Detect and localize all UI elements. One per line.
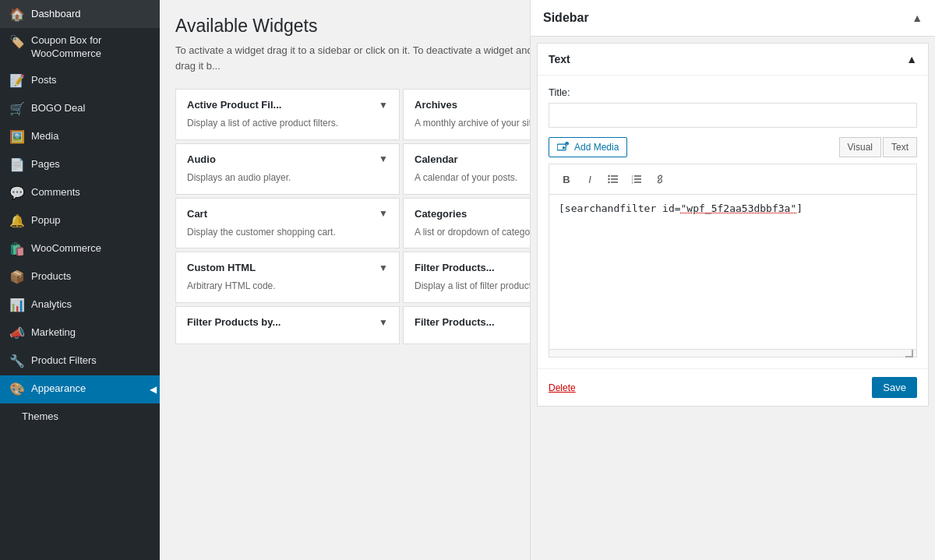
widget-card-title: Calendar <box>415 153 458 165</box>
active-arrow: ◀ <box>150 384 157 395</box>
delete-link[interactable]: Delete <box>549 382 576 393</box>
sidebar-panel: Sidebar ▲ Text ▲ Title: + <box>530 0 935 560</box>
main-content: Available Widgets To activate a widget d… <box>160 0 935 560</box>
sidebar-item-coupon-box[interactable]: 🏷️ Coupon Box for WooCommerce <box>0 28 160 67</box>
add-media-icon: + <box>557 142 570 153</box>
widget-card-audio[interactable]: Audio ▼ Displays an audio player. <box>175 143 400 195</box>
widget-card-title: Filter Products by... <box>187 316 280 328</box>
posts-icon: 📝 <box>9 73 25 88</box>
ol-icon: 1 2 3 <box>631 174 642 184</box>
widget-card-header: Active Product Fil... ▼ <box>187 99 388 111</box>
widget-card-title: Active Product Fil... <box>187 99 281 111</box>
dropdown-arrow-icon: ▼ <box>379 317 388 328</box>
link-icon <box>654 174 665 184</box>
add-media-label: Add Media <box>574 142 619 153</box>
widget-card-desc: Display a list of active product filters… <box>187 117 388 130</box>
svg-marker-1 <box>563 146 566 150</box>
editor-view-tabs: Visual Text <box>839 137 917 157</box>
sidebar-panel-header[interactable]: Sidebar ▲ <box>531 0 935 37</box>
format-toolbar: B I <box>549 164 917 194</box>
media-icon: 🖼️ <box>9 129 25 144</box>
sidebar-item-analytics[interactable]: 📊 Analytics <box>0 291 160 319</box>
marketing-icon: 📣 <box>9 326 25 340</box>
ordered-list-button[interactable]: 1 2 3 <box>626 169 647 189</box>
sidebar-item-label: Pages <box>31 158 60 171</box>
widget-card-title: Audio <box>187 153 216 165</box>
widget-card-title: Filter Products... <box>415 316 495 328</box>
widget-card-title: Categories <box>415 208 467 220</box>
widget-card-desc: Arbitrary HTML code. <box>187 280 388 293</box>
chevron-up-icon: ▲ <box>906 53 917 65</box>
tab-visual[interactable]: Visual <box>839 137 881 157</box>
widget-card-header: Custom HTML ▼ <box>187 262 388 273</box>
chevron-up-icon: ▲ <box>912 12 923 24</box>
dashboard-icon: 🏠 <box>9 7 25 22</box>
sidebar-item-label: Analytics <box>31 298 72 312</box>
sidebar-item-label: Comments <box>31 186 80 199</box>
svg-point-7 <box>608 175 609 177</box>
comments-icon: 💬 <box>9 185 25 200</box>
link-button[interactable] <box>649 169 671 189</box>
title-field-label: Title: <box>549 86 917 98</box>
sidebar-item-posts[interactable]: 📝 Posts <box>0 67 160 95</box>
italic-button[interactable]: I <box>579 169 601 189</box>
resize-icon <box>905 350 913 357</box>
svg-point-8 <box>608 178 609 180</box>
unordered-list-button[interactable] <box>602 169 624 189</box>
add-media-button[interactable]: + Add Media <box>549 137 627 157</box>
pages-icon: 📄 <box>9 157 25 172</box>
sidebar-item-comments[interactable]: 💬 Comments <box>0 179 160 207</box>
title-input[interactable] <box>549 103 917 128</box>
ul-icon <box>608 174 619 184</box>
widget-card-active-product-filter[interactable]: Active Product Fil... ▼ Display a list o… <box>175 89 400 140</box>
text-widget-header[interactable]: Text ▲ <box>538 44 928 76</box>
sidebar-item-products[interactable]: 📦 Products <box>0 263 160 291</box>
svg-text:+: + <box>566 143 568 146</box>
sidebar-item-dashboard[interactable]: 🏠 Dashboard <box>0 0 160 28</box>
dropdown-arrow-icon: ▼ <box>379 262 388 273</box>
appearance-icon: 🎨 <box>9 382 25 396</box>
widget-card-header: Filter Products by... ▼ <box>187 316 388 328</box>
sidebar-item-media[interactable]: 🖼️ Media <box>0 123 160 151</box>
widget-card-custom-html[interactable]: Custom HTML ▼ Arbitrary HTML code. <box>175 252 400 303</box>
widget-card-cart[interactable]: Cart ▼ Display the customer shopping car… <box>175 198 400 249</box>
editor-resize-handle[interactable] <box>549 350 917 357</box>
sidebar-item-pages[interactable]: 📄 Pages <box>0 151 160 179</box>
dropdown-arrow-icon: ▼ <box>379 100 388 111</box>
save-button[interactable]: Save <box>872 377 917 398</box>
couponbox-icon: 🏷️ <box>9 34 25 49</box>
sidebar-item-appearance[interactable]: 🎨 Appearance ◀ <box>0 375 160 403</box>
sidebar-panel-title: Sidebar <box>543 11 589 25</box>
widget-card-filter-products-by[interactable]: Filter Products by... ▼ <box>175 306 400 344</box>
sidebar-item-woocommerce[interactable]: 🛍️ WooCommerce <box>0 235 160 263</box>
sidebar-item-label: BOGO Deal <box>31 102 85 115</box>
sidebar-item-label: Marketing <box>31 326 76 340</box>
analytics-icon: 📊 <box>9 298 25 312</box>
popup-icon: 🔔 <box>9 213 25 228</box>
sidebar-item-label: WooCommerce <box>31 242 101 255</box>
sidebar-item-bogo-deal[interactable]: 🛒 BOGO Deal <box>0 95 160 123</box>
editor-content[interactable]: [searchandfilter id="wpf_5f2aa53dbbf3a"] <box>549 194 917 350</box>
bold-button[interactable]: B <box>556 169 577 189</box>
tab-text[interactable]: Text <box>883 137 917 157</box>
dropdown-arrow-icon: ▼ <box>379 153 388 164</box>
sidebar-item-popup[interactable]: 🔔 Popup <box>0 207 160 235</box>
dropdown-arrow-icon: ▼ <box>379 208 388 219</box>
sidebar-item-label: Dashboard <box>31 8 81 21</box>
sidebar-item-product-filters[interactable]: 🔧 Product Filters <box>0 347 160 375</box>
shortcode-text: [searchandfilter id="wpf_5f2aa53dbbf3a"] <box>559 203 803 214</box>
text-widget-body: Title: + Add Media Visual T <box>538 76 928 368</box>
widget-card-title: Archives <box>415 99 457 111</box>
widget-card-header: Cart ▼ <box>187 208 388 220</box>
svg-text:3: 3 <box>632 181 634 185</box>
products-icon: 📦 <box>9 269 25 284</box>
sidebar-item-label: Products <box>31 270 71 284</box>
widget-card-header: Audio ▼ <box>187 153 388 165</box>
sidebar-item-label: Themes <box>22 410 58 424</box>
sidebar-item-marketing[interactable]: 📣 Marketing <box>0 319 160 347</box>
sidebar-item-label: Appearance <box>31 382 86 396</box>
widget-card-title: Custom HTML <box>187 262 256 273</box>
sidebar-item-themes[interactable]: Themes <box>0 403 160 431</box>
text-widget-title: Text <box>549 53 570 65</box>
sidebar-item-label: Posts <box>31 74 57 87</box>
